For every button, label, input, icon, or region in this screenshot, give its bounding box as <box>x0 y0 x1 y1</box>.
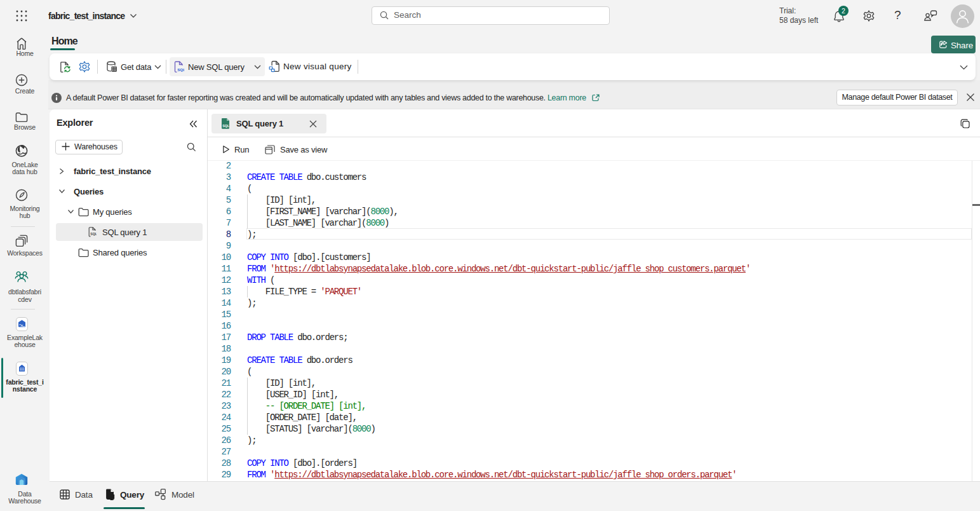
svg-text:SQL: SQL <box>222 124 230 128</box>
svg-text:SQL: SQL <box>177 67 184 72</box>
svg-text:SQL: SQL <box>90 232 97 236</box>
